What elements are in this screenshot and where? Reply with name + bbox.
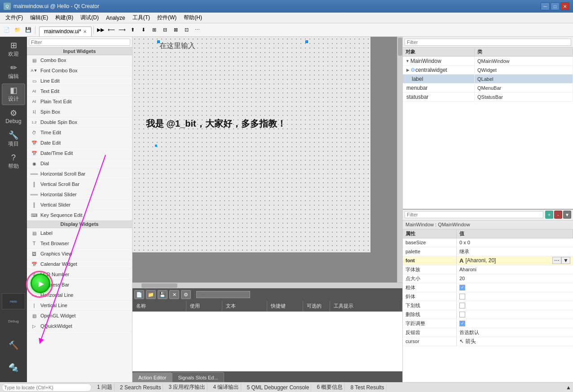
list-item[interactable]: ▤ Label — [27, 228, 132, 238]
prop-row[interactable]: 斜体 — [403, 292, 573, 301]
tree-row-mainwindow[interactable]: ▼ MainWindow QMainWindow — [403, 57, 573, 66]
prop-remove-btn[interactable]: - — [554, 211, 562, 219]
tool-build-extra[interactable]: 🔨 — [2, 335, 25, 356]
prop-filter-input[interactable] — [405, 211, 543, 218]
status-overview[interactable]: 6 概要信息 — [315, 383, 345, 391]
prop-add-btn[interactable]: + — [545, 211, 553, 219]
list-item[interactable]: ▤ Combo Box — [27, 55, 132, 66]
tool-edit[interactable]: ✏ 编辑 — [2, 61, 25, 83]
toolbar-btn-8[interactable]: ⊠ — [171, 25, 181, 35]
prop-row[interactable]: 下划线 — [403, 301, 573, 310]
tab-mainwindow-ui[interactable]: mainwindow.ui* ✕ — [39, 26, 92, 36]
toolbar-btn-2[interactable]: ⟵ — [106, 25, 116, 35]
menu-tools[interactable]: 工具(T) — [129, 13, 154, 22]
prop-filter-toggle-btn[interactable]: ▼ — [563, 211, 571, 219]
status-problems[interactable]: 1 问题 — [95, 383, 115, 391]
maximize-button[interactable]: □ — [551, 2, 560, 10]
strikeout-checkbox[interactable] — [459, 312, 465, 317]
action-delete-btn[interactable]: ✕ — [169, 290, 179, 299]
status-compile-output[interactable]: 4 编译输出 — [211, 383, 241, 391]
tool-welcome[interactable]: ⊞ 欢迎 — [2, 39, 25, 60]
list-item[interactable]: ║ Vertical Slider — [27, 200, 132, 210]
list-item[interactable]: ⌨ Key Sequence Edit — [27, 210, 132, 220]
italic-checkbox[interactable] — [459, 294, 465, 300]
list-item[interactable]: 📅 Calendar Widget — [27, 259, 132, 269]
tool-help[interactable]: ? 帮助 — [2, 151, 25, 172]
tool-project[interactable]: 🔧 项目 — [2, 128, 25, 150]
minimize-button[interactable]: ─ — [541, 2, 550, 10]
list-item[interactable]: 🖼 Graphics View — [27, 249, 132, 259]
toolbar-btn-6[interactable]: ⊞ — [150, 25, 159, 35]
prop-row[interactable]: 点大小 20 — [403, 274, 573, 283]
prop-row[interactable]: 字距调整 — [403, 319, 573, 328]
prop-row[interactable]: 字体族 Aharoni — [403, 265, 573, 274]
prop-row[interactable]: 粗体 — [403, 283, 573, 292]
list-item[interactable]: ═══ Horizontal Slider — [27, 189, 132, 200]
list-item[interactable]: 📅 Date/Time Edit — [27, 148, 132, 159]
toolbar-btn-7[interactable]: ⊟ — [160, 25, 170, 35]
list-item[interactable]: ◉ Dial — [27, 159, 132, 169]
toolbar-btn-3[interactable]: ⟶ — [117, 25, 127, 35]
menu-analyze[interactable]: Analyze — [102, 14, 129, 22]
toolbar-btn-5[interactable]: ⬇ — [139, 25, 149, 35]
titlebar-controls[interactable]: ─ □ ✕ — [541, 2, 569, 10]
prop-row-font[interactable]: font A [Aharoni, 20] ⋯ ▼ — [403, 256, 573, 265]
list-item[interactable]: T Text Browser — [27, 238, 132, 249]
list-item[interactable]: ⏱ Time Edit — [27, 128, 132, 138]
toolbar-open[interactable]: 📁 — [13, 25, 22, 35]
action-new-btn[interactable]: 📄 — [134, 290, 144, 299]
action-filter-input[interactable] — [196, 291, 250, 298]
menu-build[interactable]: 构建(B) — [52, 13, 77, 22]
tab-action-editor[interactable]: Action Editor — [132, 372, 172, 382]
toolbar-btn-10[interactable]: ⋯ — [193, 25, 203, 35]
bold-checkbox[interactable] — [459, 285, 465, 291]
status-search-results[interactable]: 2 Search Results — [118, 384, 163, 391]
tree-row-label[interactable]: label QLabel — [403, 75, 573, 84]
list-item[interactable]: ▷ QQuickWidget — [27, 321, 132, 331]
list-item[interactable]: AI Plain Text Edit — [27, 97, 132, 107]
prop-row[interactable]: 反锯齿 首选默认 — [403, 328, 573, 337]
underline-checkbox[interactable] — [459, 303, 465, 308]
prop-row[interactable]: cursor ↖ 箭头 — [403, 337, 573, 346]
status-tests[interactable]: 8 Test Results — [348, 384, 386, 391]
menu-help[interactable]: 帮助(H) — [180, 13, 206, 22]
action-settings-btn[interactable]: ⚙ — [181, 290, 191, 299]
list-item[interactable]: | Vertical Line — [27, 300, 132, 311]
tab-close-icon[interactable]: ✕ — [83, 29, 87, 34]
list-item[interactable]: 1| Spin Box — [27, 107, 132, 117]
tree-row-centralwidget[interactable]: ▶ ⚙ centralwidget QWidget — [403, 66, 573, 75]
list-item[interactable]: ▭ Line Edit — [27, 76, 132, 86]
prop-font-edit-btn[interactable]: ⋯ — [552, 257, 561, 264]
toolbar-btn-4[interactable]: ⬆ — [128, 25, 138, 35]
toolbar-btn-1[interactable]: ▶▶ — [96, 25, 106, 35]
tool-design[interactable]: ◧ 设计 — [2, 84, 25, 105]
tool-debug[interactable]: ⚙ Debug — [2, 106, 25, 128]
list-item[interactable]: AI Text Edit — [27, 86, 132, 97]
list-item[interactable]: ═══ Horizontal Scroll Bar — [27, 169, 132, 179]
canvas-scrollbar-v[interactable] — [397, 37, 402, 282]
object-tree-filter-input[interactable] — [405, 39, 571, 46]
list-item[interactable]: ║ Vertical Scroll Bar — [27, 179, 132, 189]
tool-debug-run[interactable]: Debug — [2, 310, 25, 332]
list-item[interactable]: 📅 Date Edit — [27, 138, 132, 148]
prop-row[interactable]: palette 继承 — [403, 247, 573, 256]
status-app-output[interactable]: 3 应用程序输出 — [167, 383, 207, 391]
canvas-scrollbar-h[interactable] — [132, 282, 402, 288]
menu-debug[interactable]: 调试(D) — [77, 13, 102, 22]
tool-wrench[interactable]: 🔩 — [2, 357, 25, 379]
close-button[interactable]: ✕ — [560, 2, 569, 10]
prop-font-arrow-btn[interactable]: ▼ — [561, 257, 570, 264]
list-item[interactable]: 1.2 Double Spin Box — [27, 117, 132, 128]
menu-widgets[interactable]: 控件(W) — [154, 13, 180, 22]
menu-edit[interactable]: 编辑(E) — [26, 13, 52, 22]
list-item[interactable]: A▼ Font Combo Box — [27, 66, 132, 76]
status-qml-debugger[interactable]: 5 QML Debugger Console — [245, 384, 311, 391]
prop-row[interactable]: 删除线 — [403, 310, 573, 319]
locate-search-input[interactable] — [2, 383, 92, 392]
menu-file[interactable]: 文件(F) — [2, 13, 26, 22]
run-button[interactable] — [31, 273, 50, 293]
list-item[interactable]: ▨ OpenGL Widget — [27, 311, 132, 321]
tree-row-menubar[interactable]: menubar QMenuBar — [403, 84, 573, 92]
action-open-btn[interactable]: 📁 — [146, 290, 156, 299]
action-save-btn[interactable]: 💾 — [158, 290, 167, 299]
